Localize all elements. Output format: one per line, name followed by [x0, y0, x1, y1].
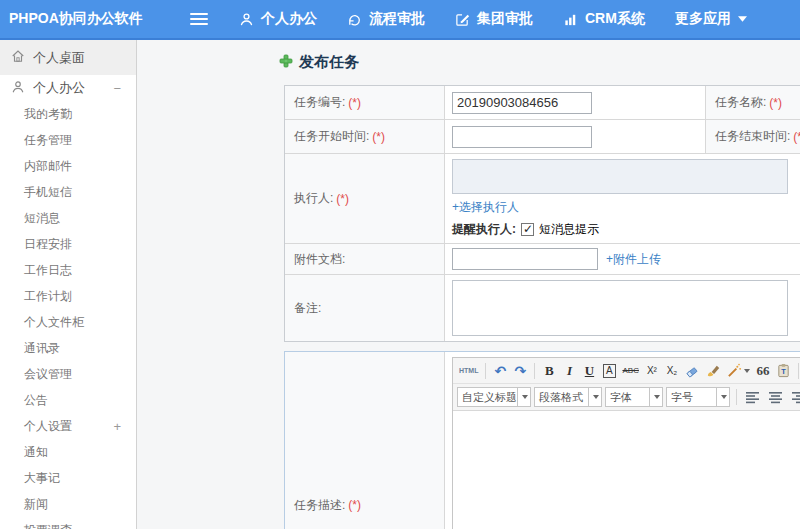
- nav-personal-office[interactable]: 个人办公: [224, 0, 332, 38]
- autotypeset-wand-icon[interactable]: [725, 361, 752, 381]
- sidebar-item-label: 大事记: [24, 470, 60, 487]
- sidebar-item-label: 手机短信: [24, 184, 72, 201]
- sidebar-item-label: 日程安排: [24, 236, 72, 253]
- task-number-label: 任务编号:(*): [285, 86, 445, 119]
- align-left-icon[interactable]: [743, 387, 763, 407]
- nav-crm-system[interactable]: CRM系统: [548, 0, 660, 38]
- font-family-select[interactable]: 字体: [605, 387, 663, 407]
- sidebar-item-contacts[interactable]: 通讯录: [0, 335, 136, 361]
- sidebar-item-sms[interactable]: 手机短信: [0, 179, 136, 205]
- nav-label: CRM系统: [585, 10, 645, 28]
- remind-executor-row: 提醒执行人: 短消息提示: [452, 221, 599, 238]
- sidebar-item-events[interactable]: 大事记: [0, 465, 136, 491]
- superscript-button[interactable]: X²: [643, 361, 661, 381]
- start-time-input[interactable]: [452, 126, 592, 148]
- editor-content-area[interactable]: [453, 411, 800, 529]
- attachment-input[interactable]: [452, 248, 598, 270]
- choose-executor-link[interactable]: +选择执行人: [452, 199, 519, 216]
- attachment-upload-link[interactable]: +附件上传: [606, 251, 661, 268]
- sidebar-item-announcement[interactable]: 公告: [0, 387, 136, 413]
- sms-checkbox[interactable]: [521, 223, 534, 236]
- sidebar-item-task-management[interactable]: 任务管理: [0, 127, 136, 153]
- sidebar-item-short-message[interactable]: 短消息: [0, 205, 136, 231]
- eraser-icon[interactable]: [683, 361, 702, 381]
- remind-executor-label: 提醒执行人:: [452, 221, 516, 238]
- editor-toolbar-row2: 自定义标题 段落格式 字体: [453, 384, 800, 411]
- sidebar-item-notice[interactable]: 通知: [0, 439, 136, 465]
- nav-more-apps[interactable]: 更多应用: [660, 0, 762, 38]
- remark-label: 备注:: [285, 275, 445, 341]
- expand-plus-icon[interactable]: +: [113, 419, 121, 434]
- sidebar-item-my-attendance[interactable]: 我的考勤: [0, 101, 136, 127]
- topbar: PHPOA协同办公软件 个人办公 流程审批 集团审批 CRM系统: [0, 0, 800, 40]
- caret-down-icon: [649, 388, 662, 406]
- sidebar-item-personal-files[interactable]: 个人文件柜: [0, 309, 136, 335]
- paragraph-format-select[interactable]: 段落格式: [534, 387, 602, 407]
- char-border-button[interactable]: A: [600, 361, 618, 381]
- executor-textarea[interactable]: [452, 159, 788, 194]
- page-title: 发布任务: [279, 53, 359, 72]
- underline-button[interactable]: U: [580, 361, 598, 381]
- html-source-button[interactable]: HTML: [457, 361, 480, 381]
- start-time-label: 任务开始时间:(*): [285, 120, 445, 153]
- blockquote-button[interactable]: 66: [754, 361, 772, 381]
- font-size-select[interactable]: 字号: [666, 387, 730, 407]
- sms-checkbox-label: 短消息提示: [539, 221, 599, 238]
- nav-label: 流程审批: [369, 10, 425, 28]
- strikethrough-button[interactable]: ABC: [620, 361, 640, 381]
- paste-as-text-icon[interactable]: T: [774, 361, 793, 381]
- top-nav: 个人办公 流程审批 集团审批 CRM系统 更多应用: [224, 0, 762, 38]
- sidebar-item-news[interactable]: 新闻: [0, 491, 136, 517]
- sidebar-item-work-plan[interactable]: 工作计划: [0, 283, 136, 309]
- sidebar-item-label: 工作计划: [24, 288, 72, 305]
- editor-toolbar-row1: HTML ↶ ↷ B I U A ABC X² X₂: [453, 358, 800, 384]
- rich-text-editor: HTML ↶ ↷ B I U A ABC X² X₂: [452, 357, 800, 529]
- edit-icon: [455, 12, 470, 27]
- task-number-input[interactable]: [452, 92, 592, 114]
- required-mark: (*): [348, 96, 361, 110]
- required-mark: (*): [769, 96, 782, 110]
- rotate-arrow-icon: [347, 12, 362, 27]
- sidebar-item-label: 通知: [24, 444, 48, 461]
- user-icon: [11, 80, 25, 97]
- nav-label: 更多应用: [675, 10, 731, 28]
- subscript-button[interactable]: X₂: [663, 361, 681, 381]
- executor-label: 执行人:(*): [285, 154, 445, 243]
- remark-textarea[interactable]: [452, 280, 788, 336]
- align-right-icon[interactable]: [789, 387, 800, 407]
- sidebar-item-internal-mail[interactable]: 内部邮件: [0, 153, 136, 179]
- redo-icon[interactable]: ↷: [511, 361, 529, 381]
- italic-button[interactable]: I: [560, 361, 578, 381]
- add-icon: [279, 54, 293, 71]
- sidebar-item-label: 个人办公: [33, 79, 85, 97]
- sidebar: 个人桌面 个人办公 − 我的考勤 任务管理 内部邮件 手机短信 短消息 日程安排…: [0, 40, 137, 529]
- align-center-icon[interactable]: [766, 387, 786, 407]
- sidebar-item-schedule[interactable]: 日程安排: [0, 231, 136, 257]
- sidebar-item-meeting-management[interactable]: 会议管理: [0, 361, 136, 387]
- main-content: 发布任务 任务编号:(*) 任务名称:(*) 任务开始时间:(*): [137, 40, 800, 529]
- home-icon: [11, 49, 25, 66]
- description-label: 任务描述:(*): [285, 352, 445, 529]
- bold-button[interactable]: B: [540, 361, 558, 381]
- undo-icon[interactable]: ↶: [491, 361, 509, 381]
- task-name-label: 任务名称:(*): [706, 86, 800, 119]
- sidebar-item-label: 个人桌面: [33, 49, 85, 67]
- sidebar-item-work-log[interactable]: 工作日志: [0, 257, 136, 283]
- menu-toggle-icon[interactable]: [190, 13, 208, 25]
- svg-text:T: T: [781, 367, 786, 376]
- page-title-text: 发布任务: [299, 53, 359, 72]
- nav-workflow-approval[interactable]: 流程审批: [332, 0, 440, 38]
- toolbar-divider: [534, 363, 535, 379]
- sidebar-item-label: 个人文件柜: [24, 314, 84, 331]
- toolbar-divider: [736, 389, 737, 405]
- collapse-minus-icon[interactable]: −: [113, 81, 121, 96]
- sidebar-item-desktop[interactable]: 个人桌面: [0, 40, 136, 75]
- heading-select[interactable]: 自定义标题: [457, 387, 531, 407]
- sidebar-item-personal-settings[interactable]: 个人设置+: [0, 413, 136, 439]
- sidebar-item-personal-office[interactable]: 个人办公 −: [0, 75, 136, 101]
- format-brush-icon[interactable]: [704, 361, 723, 381]
- toolbar-divider: [798, 363, 799, 379]
- user-icon: [239, 12, 254, 27]
- nav-group-approval[interactable]: 集团审批: [440, 0, 548, 38]
- sidebar-item-clipped[interactable]: 投票调查: [0, 517, 136, 529]
